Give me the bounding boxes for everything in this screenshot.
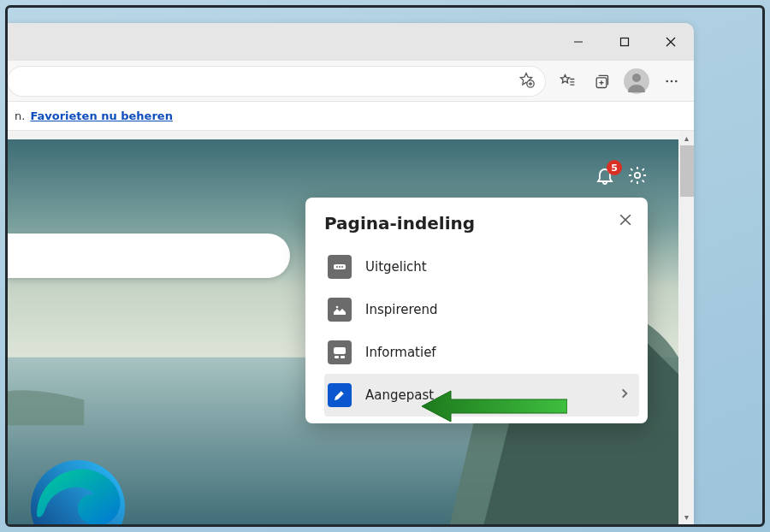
svg-point-20 bbox=[635, 173, 640, 178]
collections-button[interactable] bbox=[584, 64, 619, 98]
close-icon bbox=[666, 37, 676, 47]
layout-option-inspirational[interactable]: Inspirerend bbox=[324, 288, 639, 331]
close-icon bbox=[619, 214, 631, 226]
maximize-icon bbox=[619, 37, 630, 47]
favorites-infobar: n. Favorieten nu beheren bbox=[8, 102, 694, 131]
window-titlebar bbox=[8, 23, 694, 61]
minimize-icon bbox=[573, 37, 583, 47]
svg-point-15 bbox=[671, 80, 673, 82]
svg-rect-1 bbox=[621, 38, 629, 46]
add-favorite-icon[interactable] bbox=[518, 71, 535, 92]
close-button[interactable] bbox=[648, 23, 694, 61]
minimize-button[interactable] bbox=[555, 23, 601, 61]
svg-point-14 bbox=[666, 80, 668, 82]
chevron-right-icon bbox=[619, 387, 631, 403]
notifications-button[interactable]: 5 bbox=[595, 165, 615, 186]
focused-icon bbox=[328, 255, 352, 279]
more-button[interactable] bbox=[654, 64, 689, 98]
edge-logo-icon bbox=[27, 456, 129, 524]
favorites-button[interactable] bbox=[550, 64, 584, 98]
manage-favorites-link[interactable]: Favorieten nu beheren bbox=[30, 109, 173, 122]
avatar-icon bbox=[624, 68, 649, 94]
ntp-background-image: 5 Pagina-indeling bbox=[8, 139, 678, 524]
star-lines-icon bbox=[559, 73, 576, 90]
browser-toolbar bbox=[8, 61, 694, 102]
option-label: Aangepast bbox=[365, 387, 619, 403]
popup-title: Pagina-indeling bbox=[324, 213, 639, 233]
svg-point-16 bbox=[675, 80, 678, 82]
new-tab-page: 5 Pagina-indeling bbox=[8, 131, 694, 524]
layout-option-custom[interactable]: Aangepast bbox=[324, 374, 639, 417]
svg-point-24 bbox=[336, 266, 338, 268]
gear-icon bbox=[627, 165, 648, 186]
ntp-top-right-actions: 5 bbox=[595, 165, 648, 186]
screenshot-frame: n. Favorieten nu beheren bbox=[5, 5, 765, 527]
option-label: Inspirerend bbox=[365, 302, 631, 317]
notification-badge: 5 bbox=[607, 160, 622, 175]
scroll-down-icon[interactable]: ▾ bbox=[679, 510, 694, 524]
address-bar[interactable] bbox=[8, 67, 545, 96]
maximize-button[interactable] bbox=[601, 23, 648, 61]
page-layout-popup: Pagina-indeling Uitgelicht Inspirerend bbox=[305, 198, 648, 423]
page-settings-button[interactable] bbox=[627, 165, 648, 186]
svg-point-28 bbox=[336, 306, 339, 309]
custom-icon bbox=[328, 383, 352, 407]
scroll-thumb[interactable] bbox=[680, 145, 694, 197]
option-label: Uitgelicht bbox=[365, 259, 631, 275]
option-label: Informatief bbox=[365, 345, 631, 360]
ellipsis-icon bbox=[664, 74, 679, 89]
profile-button[interactable] bbox=[624, 68, 649, 94]
svg-rect-31 bbox=[341, 356, 345, 358]
svg-rect-29 bbox=[334, 347, 346, 354]
svg-point-25 bbox=[339, 266, 341, 268]
scroll-up-icon[interactable]: ▴ bbox=[679, 131, 694, 145]
layout-option-informative[interactable]: Informatief bbox=[324, 331, 639, 374]
svg-point-13 bbox=[632, 74, 641, 82]
svg-point-26 bbox=[341, 266, 343, 268]
inspirational-icon bbox=[328, 298, 352, 322]
informative-icon bbox=[328, 340, 352, 364]
popup-close-button[interactable] bbox=[615, 210, 636, 230]
ntp-search-bar[interactable] bbox=[8, 233, 290, 278]
svg-rect-30 bbox=[335, 356, 339, 358]
layout-option-focused[interactable]: Uitgelicht bbox=[324, 245, 639, 288]
infobar-text-fragment: n. bbox=[15, 109, 25, 122]
collections-icon bbox=[593, 73, 610, 90]
vertical-scrollbar[interactable]: ▴ ▾ bbox=[679, 131, 694, 524]
browser-window: n. Favorieten nu beheren bbox=[8, 23, 694, 524]
